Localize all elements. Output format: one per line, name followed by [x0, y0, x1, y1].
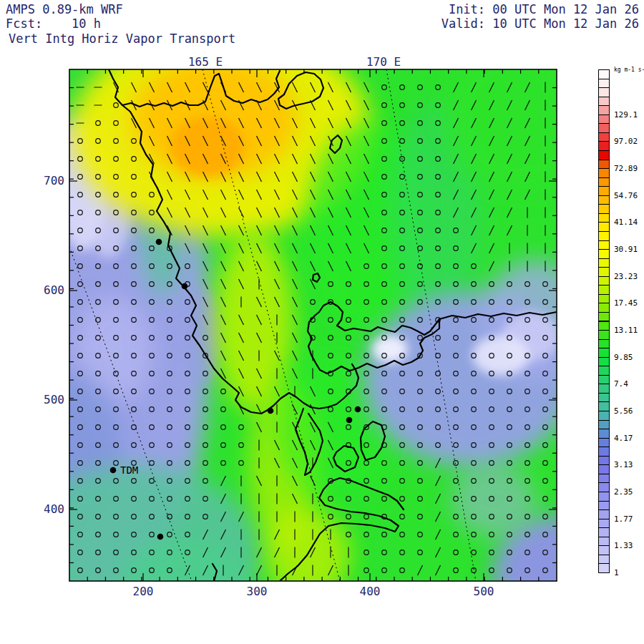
colorbar-segment — [598, 114, 610, 125]
colorbar-segment — [598, 555, 610, 565]
colorbar-segment — [598, 330, 610, 340]
colorbar-segment — [598, 160, 610, 170]
colorbar-segment — [598, 168, 610, 178]
colorbar-label-16: 1.33 — [614, 541, 633, 550]
colorbar-segment — [598, 537, 610, 547]
colorbar-label-10: 7.4 — [614, 379, 628, 389]
colorbar-segment — [598, 447, 610, 457]
colorbar-label-12: 4.17 — [614, 434, 633, 443]
x-axis-label-0: 200 — [122, 585, 165, 598]
map-field: TDM — [4, 29, 635, 637]
colorbar-segment — [598, 464, 610, 474]
colorbar-label-17: 1 — [614, 568, 619, 577]
colorbar-segment — [598, 240, 610, 250]
colorbar-segment — [598, 401, 610, 411]
map-svg: TDM — [0, 0, 644, 644]
colorbar-title: kg m-1 s-1 — [614, 67, 644, 73]
colorbar-label-2: 72.89 — [614, 164, 638, 173]
colorbar-segment — [598, 482, 610, 492]
colorbar-segment — [598, 519, 610, 529]
colorbar-segment — [598, 411, 610, 421]
colorbar-segment — [598, 132, 610, 142]
top-axis-label-1: 170 E — [355, 55, 412, 69]
colorbar-segment — [598, 69, 610, 79]
colorbar-segment — [598, 501, 610, 511]
colorbar-segment — [598, 267, 610, 277]
colorbar — [598, 69, 610, 572]
top-axis-label-0: 165 E — [177, 55, 234, 69]
colorbar-segment — [598, 545, 610, 555]
colorbar-segment — [598, 393, 610, 403]
colorbar-segment — [598, 438, 610, 448]
colorbar-label-4: 41.14 — [614, 218, 638, 227]
colorbar-segment — [598, 366, 610, 376]
colorbar-segment — [598, 420, 610, 430]
colorbar-segment — [598, 456, 610, 466]
station-dot — [346, 417, 353, 424]
colorbar-label-5: 30.91 — [614, 245, 638, 254]
colorbar-label-13: 3.13 — [614, 460, 633, 469]
colorbar-segment — [598, 312, 610, 322]
colorbar-segment — [598, 384, 610, 394]
station-dot — [268, 408, 274, 414]
y-axis-label-2: 500 — [33, 393, 64, 406]
colorbar-segment — [598, 563, 610, 573]
colorbar-segment — [598, 249, 610, 259]
colorbar-segment — [598, 222, 610, 232]
colorbar-segment — [598, 285, 610, 295]
colorbar-label-8: 13.11 — [614, 326, 638, 335]
station-dot — [156, 239, 162, 245]
colorbar-segment — [598, 509, 610, 519]
colorbar-segment — [598, 87, 610, 97]
colorbar-segment — [598, 231, 610, 241]
colorbar-segment — [598, 527, 610, 537]
x-axis-label-2: 400 — [348, 585, 391, 598]
colorbar-segment — [598, 429, 610, 439]
colorbar-segment — [598, 357, 610, 367]
colorbar-label-1: 97.02 — [614, 137, 638, 146]
colorbar-label-6: 23.23 — [614, 272, 638, 281]
colorbar-label-15: 1.77 — [614, 514, 633, 524]
colorbar-segment — [598, 79, 610, 89]
colorbar-segment — [598, 339, 610, 349]
station-dot — [157, 534, 164, 540]
station-label: TDM — [120, 464, 138, 476]
colorbar-label-0: 129.1 — [614, 110, 638, 119]
y-axis-label-0: 700 — [33, 174, 64, 187]
station-dot — [182, 283, 188, 290]
colorbar-segment — [598, 186, 610, 196]
colorbar-segment — [598, 348, 610, 358]
x-axis-label-3: 500 — [462, 585, 505, 598]
colorbar-segment — [598, 492, 610, 502]
colorbar-segment — [598, 294, 610, 304]
colorbar-label-11: 5.56 — [614, 406, 633, 416]
colorbar-segment — [598, 177, 610, 187]
station-dot — [355, 406, 361, 413]
colorbar-label-14: 2.35 — [614, 487, 633, 497]
y-axis-label-1: 600 — [33, 283, 64, 297]
colorbar-segment — [598, 105, 610, 115]
colorbar-label-9: 9.85 — [614, 353, 633, 362]
x-axis-label-1: 300 — [235, 585, 278, 598]
station-dot — [110, 467, 117, 474]
colorbar-segment — [598, 303, 610, 313]
colorbar-segment — [598, 375, 610, 385]
colorbar-segment — [598, 204, 610, 214]
colorbar-segment — [598, 123, 610, 133]
colorbar-segment — [598, 213, 610, 223]
colorbar-label-3: 54.76 — [614, 191, 638, 200]
colorbar-segment — [598, 141, 610, 151]
colorbar-segment — [598, 474, 610, 484]
colorbar-segment — [598, 276, 610, 286]
colorbar-segment — [598, 258, 610, 268]
colorbar-segment — [598, 97, 610, 107]
y-axis-label-3: 400 — [33, 502, 64, 516]
colorbar-segment — [598, 321, 610, 331]
colorbar-segment — [598, 195, 610, 205]
colorbar-segment — [598, 150, 610, 160]
colorbar-label-7: 17.45 — [614, 298, 638, 308]
